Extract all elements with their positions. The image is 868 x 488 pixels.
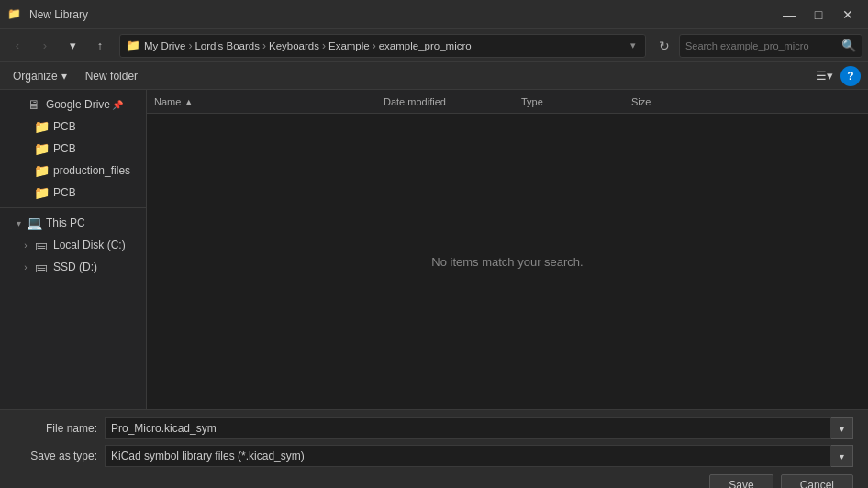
col-type-label: Type — [521, 96, 543, 107]
save-type-wrapper: ▾ — [105, 445, 853, 467]
file-content-empty: No items match your search. — [147, 114, 868, 409]
sidebar: 🖥 Google Drive 📌 📁 PCB 📁 PCB 📁 productio… — [0, 90, 147, 409]
navigation-toolbar: ‹ › ▾ ↑ 📁 My Drive › Lord's Boards › Key… — [0, 29, 868, 62]
search-input[interactable] — [685, 40, 841, 51]
cancel-button[interactable]: Cancel — [781, 474, 853, 488]
sidebar-item-production-files[interactable]: 📁 production_files — [0, 160, 146, 182]
google-drive-icon: 🖥 — [26, 96, 42, 113]
pin-icon: 📌 — [112, 100, 123, 110]
main-content: 🖥 Google Drive 📌 📁 PCB 📁 PCB 📁 productio… — [0, 90, 868, 409]
sort-arrow: ▲ — [184, 97, 193, 106]
sidebar-item-pcb-1[interactable]: 📁 PCB — [0, 116, 146, 138]
file-name-wrapper: ▾ — [105, 417, 853, 439]
expand-icon: ▾ — [11, 216, 26, 230]
title-bar-controls: — □ ✕ — [776, 5, 861, 25]
title-bar: 📁 New Library — □ ✕ — [0, 0, 868, 29]
back-button[interactable]: ‹ — [6, 34, 29, 58]
address-bar[interactable]: 📁 My Drive › Lord's Boards › Keyboards ›… — [119, 34, 646, 58]
sidebar-label-this-pc: This PC — [46, 216, 85, 229]
address-part-promicro: example_pro_micro — [379, 40, 472, 51]
address-part-example: Example — [328, 40, 370, 51]
sidebar-item-google-drive[interactable]: 🖥 Google Drive 📌 — [0, 94, 146, 116]
organize-button[interactable]: Organize ▾ — [7, 68, 72, 84]
sidebar-label-local-disk: Local Disk (C:) — [53, 238, 126, 251]
sep-3: › — [322, 39, 326, 52]
file-area: Name ▲ Date modified Type Size No items … — [147, 90, 868, 409]
sidebar-item-ssd-d[interactable]: › 🖴 SSD (D:) — [0, 256, 146, 278]
sep-1: › — [188, 39, 192, 52]
address-parts: My Drive › Lord's Boards › Keyboards › E… — [144, 39, 627, 52]
view-arrow: ▾ — [827, 69, 833, 83]
recent-button[interactable]: ▾ — [61, 34, 84, 58]
search-icon: 🔍 — [841, 39, 856, 52]
file-name-label: File name: — [15, 422, 97, 435]
folder-icon: 📁 — [33, 184, 50, 201]
col-name[interactable]: Name ▲ — [154, 96, 384, 107]
sep-4: › — [373, 39, 376, 52]
toolbar2-right: ☰ ▾ ? — [812, 66, 861, 86]
sidebar-label-pcb-1: PCB — [53, 120, 76, 133]
col-type[interactable]: Type — [521, 96, 631, 107]
organize-arrow: ▾ — [61, 70, 67, 83]
empty-message: No items match your search. — [431, 255, 583, 269]
sidebar-divider — [0, 207, 146, 208]
address-folder-icon: 📁 — [126, 39, 140, 52]
title-bar-left: 📁 New Library — [7, 7, 88, 22]
expand-icon — [11, 97, 26, 112]
window-title: New Library — [29, 8, 88, 21]
folder-icon: 📁 — [33, 162, 50, 179]
expand-icon — [18, 185, 33, 200]
sep-2: › — [262, 39, 266, 52]
file-name-row: File name: ▾ — [15, 417, 853, 439]
col-size-label: Size — [631, 96, 651, 107]
expand-icon — [18, 163, 33, 178]
sidebar-label-pcb-2: PCB — [53, 142, 76, 155]
address-part-lordsboards: Lord's Boards — [195, 40, 260, 51]
expand-icon — [18, 119, 33, 134]
save-as-type-label: Save as type: — [15, 449, 97, 462]
local-disk-icon: 🖴 — [33, 237, 50, 253]
address-part-keyboards: Keyboards — [269, 40, 319, 51]
col-date-label: Date modified — [384, 96, 446, 107]
refresh-button[interactable]: ↻ — [653, 35, 675, 57]
view-icon: ☰ — [816, 69, 827, 83]
save-type-row: Save as type: ▾ — [15, 445, 853, 467]
address-part-mydrive: My Drive — [144, 40, 185, 51]
save-button[interactable]: Save — [709, 474, 773, 488]
address-dropdown-icon[interactable]: ▾ — [627, 39, 640, 51]
ssd-icon: 🖴 — [33, 259, 50, 275]
sidebar-label-pcb-3: PCB — [53, 186, 76, 199]
view-button[interactable]: ☰ ▾ — [812, 67, 837, 84]
folder-icon: 📁 — [33, 118, 50, 135]
bottom-bar: File name: ▾ Save as type: ▾ Save Cancel — [0, 409, 868, 488]
new-folder-button[interactable]: New folder — [80, 68, 143, 84]
sidebar-item-pcb-3[interactable]: 📁 PCB — [0, 182, 146, 204]
bottom-buttons: Save Cancel — [15, 474, 853, 488]
close-button[interactable]: ✕ — [835, 5, 861, 25]
col-name-label: Name — [154, 96, 181, 107]
file-name-input[interactable] — [105, 417, 831, 439]
file-header: Name ▲ Date modified Type Size — [147, 90, 868, 114]
forward-button[interactable]: › — [33, 34, 57, 58]
this-pc-icon: 💻 — [26, 215, 42, 231]
file-name-dropdown[interactable]: ▾ — [831, 417, 853, 439]
organize-label: Organize — [13, 70, 58, 83]
maximize-button[interactable]: □ — [806, 5, 831, 25]
sidebar-item-pcb-2[interactable]: 📁 PCB — [0, 138, 146, 160]
sidebar-item-this-pc[interactable]: ▾ 💻 This PC — [0, 212, 146, 234]
col-size[interactable]: Size — [631, 96, 723, 107]
folder-icon: 📁 — [33, 140, 50, 157]
sidebar-label-production-files: production_files — [53, 164, 130, 177]
search-bar[interactable]: 🔍 — [679, 34, 862, 58]
col-date[interactable]: Date modified — [384, 96, 521, 107]
sidebar-label-ssd-d: SSD (D:) — [53, 261, 97, 273]
sidebar-item-local-disk[interactable]: › 🖴 Local Disk (C:) — [0, 234, 146, 256]
up-button[interactable]: ↑ — [88, 34, 112, 58]
sidebar-label-google-drive: Google Drive — [46, 98, 110, 111]
help-button[interactable]: ? — [840, 66, 861, 86]
minimize-button[interactable]: — — [776, 5, 802, 25]
save-as-type-dropdown[interactable]: ▾ — [831, 445, 853, 467]
secondary-toolbar: Organize ▾ New folder ☰ ▾ ? — [0, 62, 868, 90]
save-as-type-input[interactable] — [105, 445, 831, 467]
expand-icon: › — [18, 238, 33, 252]
